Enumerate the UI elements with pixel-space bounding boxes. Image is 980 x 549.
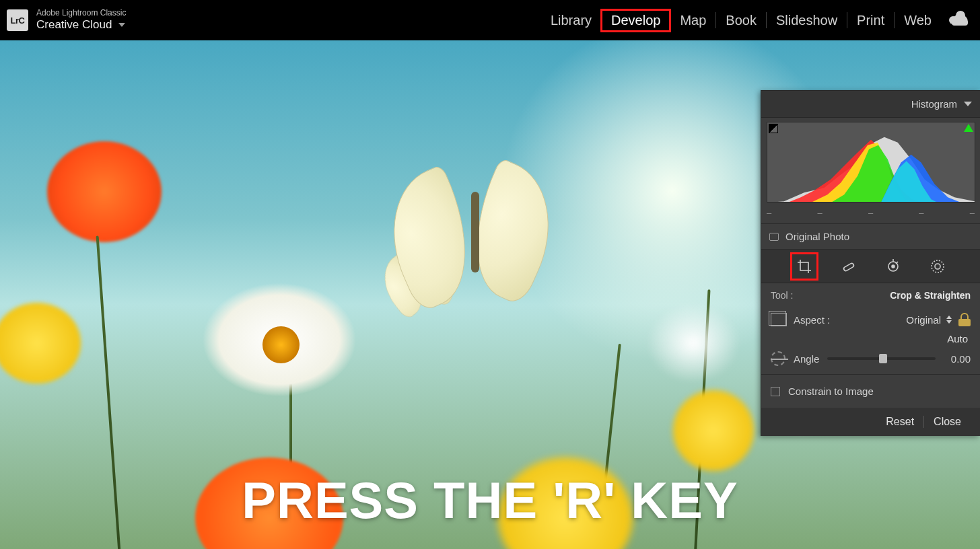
photo-flower [0, 303, 81, 383]
histogram-label: Histogram [911, 98, 957, 110]
angle-row: Angle 0.00 [761, 346, 980, 374]
chevron-down-icon [118, 23, 125, 27]
redeye-tool-icon[interactable] [884, 257, 903, 276]
close-button[interactable]: Close [924, 416, 971, 428]
constrain-label: Constrain to Image [788, 386, 874, 397]
svg-line-4 [896, 262, 898, 264]
aspect-lock-icon[interactable] [958, 313, 971, 326]
histogram-header[interactable]: Histogram [761, 91, 980, 118]
tick: – [817, 208, 822, 218]
crop-tool-icon[interactable] [795, 257, 814, 276]
module-slideshow[interactable]: Slideshow [767, 10, 847, 31]
aspect-row: Aspect : Original [761, 307, 980, 330]
histogram-svg [767, 122, 975, 203]
constrain-row[interactable]: Constrain to Image [761, 374, 980, 408]
module-print[interactable]: Print [847, 10, 894, 31]
constrain-checkbox[interactable] [771, 387, 780, 396]
aspect-value: Original [906, 314, 941, 326]
active-tool-name: Crop & Straighten [890, 290, 971, 301]
auto-row[interactable]: Auto [761, 330, 980, 346]
brand-text: Adobe Lightroom Classic Creative Cloud [36, 9, 126, 31]
tutorial-overlay-text: PRESS THE 'R' KEY [0, 471, 980, 529]
histogram-display[interactable] [767, 122, 975, 203]
angle-value[interactable]: 0.00 [944, 353, 971, 365]
histogram-ticks: – – – – – [761, 205, 980, 223]
original-photo-label: Original Photo [785, 231, 849, 242]
tool-name-row: Tool : Crop & Straighten [761, 283, 980, 307]
module-develop[interactable]: Develop [602, 10, 670, 31]
aspect-icon[interactable] [771, 313, 787, 326]
module-map[interactable]: Map [670, 10, 715, 31]
photo-flower [673, 390, 754, 471]
svg-point-2 [892, 265, 895, 268]
tick: – [970, 208, 975, 218]
svg-rect-0 [843, 262, 854, 271]
stepper-arrows-icon [946, 316, 952, 324]
module-book[interactable]: Book [716, 10, 766, 31]
angle-slider[interactable] [827, 357, 936, 360]
module-web[interactable]: Web [895, 10, 941, 31]
svg-point-5 [932, 260, 944, 272]
develop-right-panel: Histogram – – – – – Original Photo [761, 90, 980, 436]
photo-flower [47, 141, 162, 242]
tick: – [868, 208, 873, 218]
tick: – [919, 208, 923, 218]
tool-label: Tool : [771, 290, 793, 301]
angle-label: Angle [794, 353, 819, 365]
photo-flower [646, 303, 740, 383]
healing-tool-icon[interactable] [839, 257, 858, 276]
masking-tool-icon[interactable] [928, 257, 947, 276]
aspect-dropdown[interactable]: Original [906, 314, 952, 326]
module-library[interactable]: Library [541, 10, 601, 31]
cloud-plan[interactable]: Creative Cloud [36, 18, 126, 32]
aspect-label: Aspect : [794, 314, 830, 326]
straighten-icon[interactable] [771, 351, 785, 366]
module-switcher: Library Develop Map Book Slideshow Print… [541, 10, 968, 31]
cloud-plan-label: Creative Cloud [36, 18, 112, 32]
photo-flower-center [262, 326, 300, 363]
top-bar: LrC Adobe Lightroom Classic Creative Clo… [0, 0, 980, 40]
svg-point-6 [935, 264, 940, 269]
auto-label: Auto [947, 333, 968, 344]
tool-strip [761, 250, 980, 283]
reset-button[interactable]: Reset [876, 416, 923, 428]
brand-block: LrC Adobe Lightroom Classic Creative Clo… [7, 9, 126, 31]
histogram-container [761, 118, 980, 205]
original-photo-row[interactable]: Original Photo [761, 223, 980, 250]
photo-butterfly [390, 155, 565, 330]
app-logo-icon: LrC [7, 9, 28, 31]
product-name: Adobe Lightroom Classic [36, 9, 126, 18]
panel-footer: Reset Close [761, 408, 980, 436]
original-photo-checkbox[interactable] [769, 233, 779, 241]
tick: – [767, 208, 771, 218]
cloud-sync-icon[interactable] [952, 15, 968, 26]
slider-knob[interactable] [879, 354, 887, 363]
chevron-down-icon [964, 102, 972, 106]
